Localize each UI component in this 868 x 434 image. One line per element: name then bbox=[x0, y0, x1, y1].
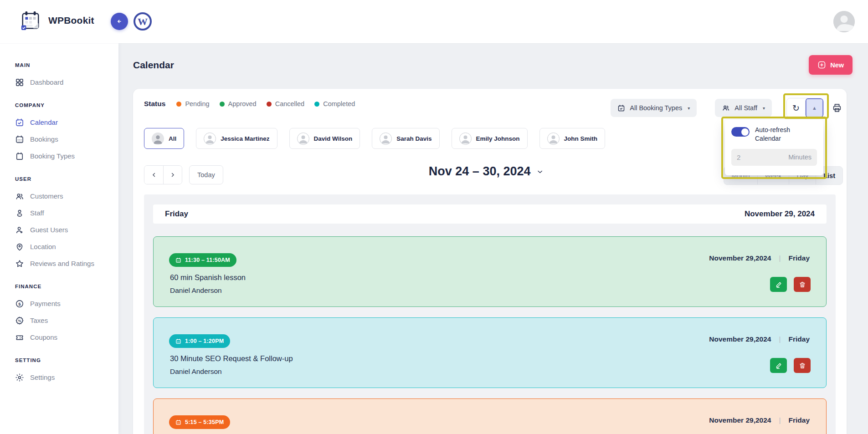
sidebar-item-staff[interactable]: Staff bbox=[0, 204, 118, 221]
caret-up-icon: ▲ bbox=[812, 105, 817, 111]
sidebar-item-label: Booking Types bbox=[30, 152, 75, 160]
edit-button[interactable] bbox=[770, 358, 787, 373]
users-icon bbox=[15, 192, 24, 201]
calendar-blank-icon bbox=[15, 152, 24, 161]
day-name: Friday bbox=[165, 209, 188, 219]
staff-pill-john-smith[interactable]: John Smith bbox=[539, 128, 606, 149]
sidebar-item-label: Settings bbox=[30, 373, 55, 381]
sidebar-item-label: Guest Users bbox=[30, 226, 68, 234]
staff-pill-sarah-davis[interactable]: Sarah Davis bbox=[372, 128, 439, 149]
svg-text:%: % bbox=[18, 319, 21, 323]
event-time-badge: 1:00 – 1:20PM bbox=[169, 334, 230, 348]
chevron-right-icon bbox=[169, 172, 176, 178]
sidebar-item-taxes[interactable]: % Taxes bbox=[0, 312, 118, 329]
sidebar: MAIN Dashboard COMPANY Calendar Bookings… bbox=[0, 43, 118, 434]
status-label: Status bbox=[144, 100, 165, 108]
avatar-icon bbox=[547, 133, 560, 145]
staff-filter[interactable]: All Staff ▾ bbox=[715, 99, 772, 117]
sidebar-item-calendar[interactable]: Calendar bbox=[0, 114, 118, 131]
interval-value: 2 bbox=[737, 153, 740, 161]
event-title: 60 min Spanish lesson bbox=[170, 273, 246, 282]
event-card[interactable]: 11:30 – 11:50AM 60 min Spanish lesson Da… bbox=[153, 236, 827, 307]
event-card[interactable]: 5:15 – 5:35PM November 29,2024 | Friday bbox=[153, 398, 827, 434]
sidebar-item-customers[interactable]: Customers bbox=[0, 188, 118, 204]
divider: | bbox=[779, 335, 781, 343]
refresh-interval-input[interactable]: 2 Minutes bbox=[731, 149, 817, 166]
sidebar-item-label: Taxes bbox=[30, 317, 48, 324]
legend-item-approved: Approved bbox=[220, 100, 257, 107]
divider: | bbox=[779, 254, 781, 262]
wordpress-logo[interactable]: W bbox=[133, 12, 152, 31]
today-button[interactable]: Today bbox=[189, 165, 223, 184]
completed-dot-icon bbox=[314, 102, 319, 107]
event-date: November 29,2024 bbox=[709, 254, 771, 262]
dollar-circle-icon: $ bbox=[15, 299, 24, 308]
approved-dot-icon bbox=[220, 102, 225, 107]
date-range-title[interactable]: Nov 24 – 30, 2024 bbox=[429, 164, 544, 179]
calendar-dots-icon bbox=[15, 135, 24, 144]
sidebar-item-location[interactable]: Location bbox=[0, 238, 118, 255]
edit-button[interactable] bbox=[770, 277, 787, 292]
brand: WPBookit bbox=[20, 10, 94, 31]
sidebar-section-user: USER bbox=[0, 171, 118, 188]
percent-badge-icon: % bbox=[15, 316, 24, 325]
event-date-row: November 29,2024 | Friday bbox=[709, 335, 810, 343]
caret-down-icon: ▾ bbox=[763, 106, 765, 111]
calendar-check-icon bbox=[15, 118, 24, 127]
sidebar-item-label: Coupons bbox=[30, 333, 57, 341]
sidebar-item-bookings[interactable]: Bookings bbox=[0, 131, 118, 148]
calendar-icon bbox=[175, 257, 181, 263]
refresh-icon: ↻ bbox=[792, 104, 800, 112]
gear-icon bbox=[15, 373, 24, 382]
booking-types-filter[interactable]: All Booking Types ▾ bbox=[611, 99, 697, 117]
avatar-icon bbox=[459, 133, 472, 145]
day-date: November 29, 2024 bbox=[745, 209, 815, 219]
next-week-button[interactable] bbox=[163, 166, 182, 184]
refresh-button[interactable]: ↻ bbox=[787, 98, 805, 117]
new-booking-button[interactable]: New bbox=[809, 55, 853, 75]
event-title: 30 Minute SEO Request & Follow-up bbox=[170, 354, 293, 363]
pending-dot-icon bbox=[176, 102, 181, 107]
staff-pills-row: All Jessica Martinez David Wilson Sarah … bbox=[144, 128, 605, 149]
avatar-icon bbox=[380, 133, 392, 145]
plus-icon bbox=[817, 61, 826, 69]
sidebar-item-reviews-and-ratings[interactable]: Reviews and Ratings bbox=[0, 255, 118, 272]
auto-refresh-dropdown-button[interactable]: ▲ bbox=[805, 98, 823, 117]
sidebar-item-settings[interactable]: Settings bbox=[0, 369, 118, 386]
status-legend: Status Pending Approved Cancelled Comple… bbox=[144, 100, 355, 108]
users-icon bbox=[722, 104, 730, 112]
collapse-sidebar-button[interactable] bbox=[111, 13, 128, 30]
staff-pill-jessica-martinez[interactable]: Jessica Martinez bbox=[196, 128, 277, 149]
printer-icon bbox=[832, 103, 842, 113]
map-pin-icon bbox=[15, 242, 24, 251]
staff-pill-emily-johnson[interactable]: Emily Johnson bbox=[452, 128, 528, 149]
arrow-left-icon bbox=[115, 17, 123, 26]
print-button[interactable] bbox=[832, 103, 842, 113]
pencil-icon bbox=[775, 281, 782, 288]
event-day: Friday bbox=[788, 335, 810, 343]
sidebar-item-payments[interactable]: $ Payments bbox=[0, 295, 118, 312]
avatar-icon bbox=[152, 133, 164, 145]
auto-refresh-toggle[interactable] bbox=[731, 127, 750, 137]
sidebar-item-coupons[interactable]: Coupons bbox=[0, 329, 118, 346]
sidebar-item-dashboard[interactable]: Dashboard bbox=[0, 74, 118, 91]
sidebar-section-finance: FINANCE bbox=[0, 278, 118, 295]
event-person: Daniel Anderson bbox=[170, 286, 222, 295]
previous-week-button[interactable] bbox=[144, 166, 163, 184]
refresh-button-group: ↻ ▲ bbox=[786, 98, 824, 118]
staff-pill-david-wilson[interactable]: David Wilson bbox=[289, 128, 360, 149]
legend-item-cancelled: Cancelled bbox=[267, 100, 305, 107]
user-avatar[interactable] bbox=[833, 11, 855, 32]
event-date-row: November 29,2024 | Friday bbox=[709, 254, 810, 262]
sidebar-item-guest-users[interactable]: Guest Users bbox=[0, 221, 118, 238]
chevron-down-icon bbox=[536, 168, 544, 176]
delete-button[interactable] bbox=[794, 358, 811, 373]
staff-pill-all[interactable]: All bbox=[144, 128, 184, 149]
event-person: Daniel Anderson bbox=[170, 368, 222, 376]
sidebar-section-company: COMPANY bbox=[0, 97, 118, 114]
sidebar-item-label: Calendar bbox=[30, 118, 58, 126]
auto-refresh-label: Auto-refresh Calendar bbox=[755, 126, 817, 143]
sidebar-item-booking-types[interactable]: Booking Types bbox=[0, 148, 118, 164]
delete-button[interactable] bbox=[794, 277, 811, 292]
event-card[interactable]: 1:00 – 1:20PM 30 Minute SEO Request & Fo… bbox=[153, 317, 827, 388]
